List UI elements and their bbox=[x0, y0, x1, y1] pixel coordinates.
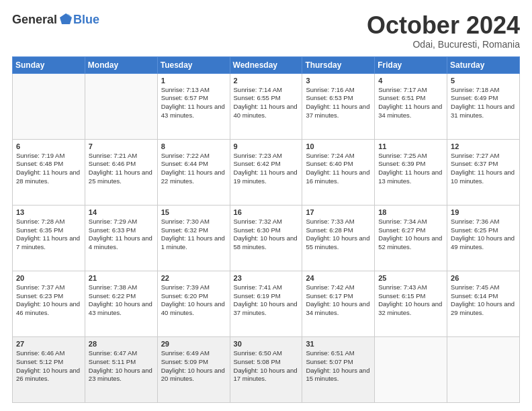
weekday-header-sunday: Sunday bbox=[13, 56, 85, 73]
day-cell: 11Sunrise: 7:25 AM Sunset: 6:39 PM Dayli… bbox=[375, 139, 447, 205]
day-number: 20 bbox=[16, 274, 81, 282]
day-info: Sunrise: 7:13 AM Sunset: 6:57 PM Dayligh… bbox=[161, 86, 226, 120]
day-number: 14 bbox=[89, 208, 154, 216]
day-info: Sunrise: 7:32 AM Sunset: 6:30 PM Dayligh… bbox=[234, 218, 299, 252]
day-number: 12 bbox=[451, 142, 516, 150]
day-number: 17 bbox=[306, 208, 371, 216]
day-info: Sunrise: 7:38 AM Sunset: 6:22 PM Dayligh… bbox=[89, 283, 154, 318]
day-cell: 22Sunrise: 7:39 AM Sunset: 6:20 PM Dayli… bbox=[157, 271, 230, 336]
day-cell: 21Sunrise: 7:38 AM Sunset: 6:22 PM Dayli… bbox=[85, 271, 157, 336]
weekday-header-wednesday: Wednesday bbox=[230, 56, 302, 73]
day-cell: 3Sunrise: 7:16 AM Sunset: 6:53 PM Daylig… bbox=[302, 73, 375, 139]
day-number: 11 bbox=[378, 142, 443, 150]
day-number: 28 bbox=[89, 340, 154, 348]
day-cell: 4Sunrise: 7:17 AM Sunset: 6:51 PM Daylig… bbox=[375, 73, 447, 139]
location: Odai, Bucuresti, Romania bbox=[367, 39, 520, 50]
day-number: 2 bbox=[234, 77, 299, 85]
month-title: October 2024 bbox=[367, 12, 520, 39]
day-info: Sunrise: 7:42 AM Sunset: 6:17 PM Dayligh… bbox=[306, 283, 371, 318]
day-info: Sunrise: 6:51 AM Sunset: 5:07 PM Dayligh… bbox=[306, 349, 371, 383]
weekday-header-friday: Friday bbox=[375, 56, 447, 73]
weekday-header-tuesday: Tuesday bbox=[157, 56, 230, 73]
day-number: 8 bbox=[161, 142, 226, 150]
day-cell: 15Sunrise: 7:30 AM Sunset: 6:32 PM Dayli… bbox=[157, 205, 230, 271]
day-cell bbox=[85, 73, 157, 139]
day-number: 9 bbox=[234, 142, 299, 150]
day-info: Sunrise: 7:24 AM Sunset: 6:40 PM Dayligh… bbox=[306, 152, 371, 186]
day-number: 19 bbox=[451, 208, 516, 216]
day-info: Sunrise: 7:23 AM Sunset: 6:42 PM Dayligh… bbox=[234, 152, 299, 186]
day-cell: 27Sunrise: 6:46 AM Sunset: 5:12 PM Dayli… bbox=[13, 336, 85, 402]
day-cell: 16Sunrise: 7:32 AM Sunset: 6:30 PM Dayli… bbox=[230, 205, 302, 271]
day-info: Sunrise: 6:46 AM Sunset: 5:12 PM Dayligh… bbox=[16, 349, 81, 383]
logo: General Blue bbox=[12, 12, 99, 27]
day-info: Sunrise: 6:49 AM Sunset: 5:09 PM Dayligh… bbox=[161, 349, 226, 383]
day-number: 5 bbox=[451, 77, 516, 85]
day-info: Sunrise: 7:33 AM Sunset: 6:28 PM Dayligh… bbox=[306, 218, 371, 252]
weekday-header-row: SundayMondayTuesdayWednesdayThursdayFrid… bbox=[13, 56, 520, 73]
week-row-2: 6Sunrise: 7:19 AM Sunset: 6:48 PM Daylig… bbox=[13, 139, 520, 205]
logo-general: General bbox=[12, 13, 57, 27]
day-number: 31 bbox=[306, 340, 371, 348]
day-number: 27 bbox=[16, 340, 81, 348]
weekday-header-monday: Monday bbox=[85, 56, 157, 73]
day-number: 29 bbox=[161, 340, 226, 348]
day-info: Sunrise: 7:27 AM Sunset: 6:37 PM Dayligh… bbox=[451, 152, 516, 186]
logo-icon bbox=[58, 12, 73, 27]
day-number: 30 bbox=[234, 340, 299, 348]
day-cell: 14Sunrise: 7:29 AM Sunset: 6:33 PM Dayli… bbox=[85, 205, 157, 271]
day-cell: 2Sunrise: 7:14 AM Sunset: 6:55 PM Daylig… bbox=[230, 73, 302, 139]
day-cell bbox=[375, 336, 447, 402]
day-info: Sunrise: 7:41 AM Sunset: 6:19 PM Dayligh… bbox=[234, 283, 299, 318]
day-cell: 1Sunrise: 7:13 AM Sunset: 6:57 PM Daylig… bbox=[157, 73, 230, 139]
day-info: Sunrise: 7:43 AM Sunset: 6:15 PM Dayligh… bbox=[378, 283, 443, 318]
day-info: Sunrise: 7:19 AM Sunset: 6:48 PM Dayligh… bbox=[16, 152, 81, 186]
day-cell: 13Sunrise: 7:28 AM Sunset: 6:35 PM Dayli… bbox=[13, 205, 85, 271]
weekday-header-thursday: Thursday bbox=[302, 56, 375, 73]
week-row-3: 13Sunrise: 7:28 AM Sunset: 6:35 PM Dayli… bbox=[13, 205, 520, 271]
day-info: Sunrise: 7:14 AM Sunset: 6:55 PM Dayligh… bbox=[234, 86, 299, 120]
day-number: 1 bbox=[161, 77, 226, 85]
page: General Blue October 2024 Odai, Bucurest… bbox=[0, 0, 532, 411]
day-number: 16 bbox=[234, 208, 299, 216]
day-cell: 6Sunrise: 7:19 AM Sunset: 6:48 PM Daylig… bbox=[13, 139, 85, 205]
day-number: 4 bbox=[378, 77, 443, 85]
day-cell bbox=[13, 73, 85, 139]
day-cell: 17Sunrise: 7:33 AM Sunset: 6:28 PM Dayli… bbox=[302, 205, 375, 271]
day-info: Sunrise: 7:21 AM Sunset: 6:46 PM Dayligh… bbox=[89, 152, 154, 186]
day-number: 23 bbox=[234, 274, 299, 282]
day-number: 22 bbox=[161, 274, 226, 282]
day-number: 25 bbox=[378, 274, 443, 282]
day-info: Sunrise: 7:34 AM Sunset: 6:27 PM Dayligh… bbox=[378, 218, 443, 252]
day-cell: 30Sunrise: 6:50 AM Sunset: 5:08 PM Dayli… bbox=[230, 336, 302, 402]
day-cell bbox=[447, 336, 520, 402]
day-number: 15 bbox=[161, 208, 226, 216]
day-info: Sunrise: 7:30 AM Sunset: 6:32 PM Dayligh… bbox=[161, 218, 226, 252]
day-cell: 26Sunrise: 7:45 AM Sunset: 6:14 PM Dayli… bbox=[447, 271, 520, 336]
day-info: Sunrise: 7:28 AM Sunset: 6:35 PM Dayligh… bbox=[16, 218, 81, 252]
day-cell: 23Sunrise: 7:41 AM Sunset: 6:19 PM Dayli… bbox=[230, 271, 302, 336]
calendar-table: SundayMondayTuesdayWednesdayThursdayFrid… bbox=[12, 56, 520, 403]
day-cell: 31Sunrise: 6:51 AM Sunset: 5:07 PM Dayli… bbox=[302, 336, 375, 402]
header: General Blue October 2024 Odai, Bucurest… bbox=[12, 12, 520, 50]
day-cell: 5Sunrise: 7:18 AM Sunset: 6:49 PM Daylig… bbox=[447, 73, 520, 139]
day-cell: 9Sunrise: 7:23 AM Sunset: 6:42 PM Daylig… bbox=[230, 139, 302, 205]
day-info: Sunrise: 7:36 AM Sunset: 6:25 PM Dayligh… bbox=[451, 218, 516, 252]
day-cell: 24Sunrise: 7:42 AM Sunset: 6:17 PM Dayli… bbox=[302, 271, 375, 336]
day-info: Sunrise: 7:45 AM Sunset: 6:14 PM Dayligh… bbox=[451, 283, 516, 318]
day-number: 3 bbox=[306, 77, 371, 85]
day-number: 26 bbox=[451, 274, 516, 282]
day-number: 6 bbox=[16, 142, 81, 150]
day-number: 18 bbox=[378, 208, 443, 216]
weekday-header-saturday: Saturday bbox=[447, 56, 520, 73]
day-info: Sunrise: 6:50 AM Sunset: 5:08 PM Dayligh… bbox=[234, 349, 299, 383]
day-cell: 20Sunrise: 7:37 AM Sunset: 6:23 PM Dayli… bbox=[13, 271, 85, 336]
day-cell: 12Sunrise: 7:27 AM Sunset: 6:37 PM Dayli… bbox=[447, 139, 520, 205]
day-info: Sunrise: 7:39 AM Sunset: 6:20 PM Dayligh… bbox=[161, 283, 226, 318]
day-number: 24 bbox=[306, 274, 371, 282]
day-info: Sunrise: 7:22 AM Sunset: 6:44 PM Dayligh… bbox=[161, 152, 226, 186]
day-cell: 8Sunrise: 7:22 AM Sunset: 6:44 PM Daylig… bbox=[157, 139, 230, 205]
day-number: 13 bbox=[16, 208, 81, 216]
day-info: Sunrise: 7:25 AM Sunset: 6:39 PM Dayligh… bbox=[378, 152, 443, 186]
day-cell: 28Sunrise: 6:47 AM Sunset: 5:11 PM Dayli… bbox=[85, 336, 157, 402]
